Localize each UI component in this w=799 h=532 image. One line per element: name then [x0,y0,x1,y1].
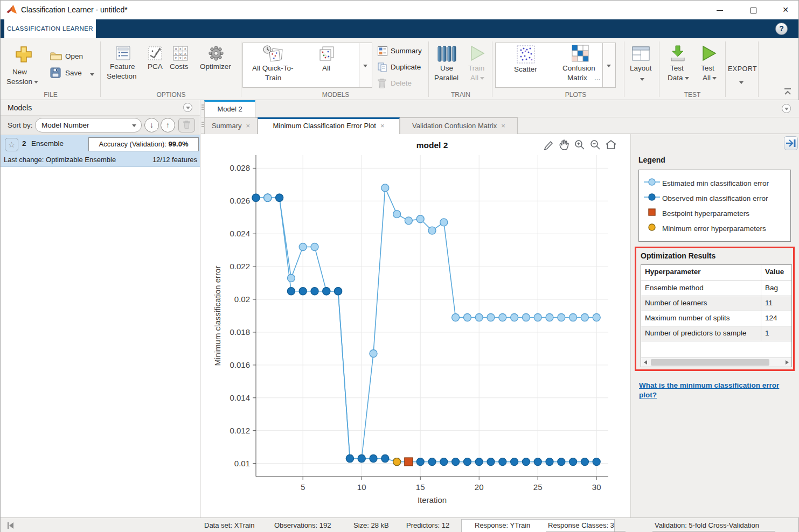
plots-gallery-dropdown[interactable] [603,43,616,88]
svg-text:Minimum classification error: Minimum classification error [213,266,222,366]
svg-text:x: x [175,52,177,55]
collapse-ribbon-icon[interactable] [783,88,793,97]
tab-validation-confusion-matrix[interactable]: Validation Confusion Matrix× [400,117,518,134]
matlab-logo-icon [6,4,18,17]
legend-item: Bestpoint hyperparameters [644,206,790,221]
models-panel-header: Models [1,100,200,116]
costs-grid-icon: oxxxoxxxo [173,46,188,63]
figure-tab-row: Summary× Minimum Classification Error Pl… [201,117,799,134]
close-tab-icon[interactable]: × [501,122,505,130]
tab-minimum-classification-error-plot[interactable]: Minimum Classification Error Plot× [258,117,400,134]
svg-text:x: x [175,56,177,60]
collapse-left-panel-icon[interactable] [6,521,15,531]
title-bar: Classification Learner - untitled* ✕ [1,1,798,19]
model-number: 2 [22,139,26,148]
maximize-button[interactable] [744,3,762,17]
chart-toolbar [542,138,617,151]
models-panel: Models Sort by: Model Number ↓ ↑ ☆ 2 Ens… [1,100,200,517]
svg-text:x: x [184,52,186,55]
document-tab-row: Model 2 [201,100,799,117]
document-menu-icon[interactable] [782,104,791,113]
close-tab-icon[interactable]: × [380,122,385,130]
models-gallery-dropdown[interactable] [359,43,372,88]
tab-model-2[interactable]: Model 2 [204,100,255,117]
all-models-icon [317,45,337,66]
window-title: Classification Learner - untitled* [21,5,128,14]
delete-model-button[interactable] [178,118,195,132]
observed-marker-icon [644,193,662,204]
minimize-button[interactable] [711,3,729,17]
sort-descending-button[interactable]: ↓ [144,118,159,132]
svg-text:0.018: 0.018 [230,327,250,337]
tab-summary[interactable]: Summary× [204,117,258,134]
status-predictors: Predictors: 12 [406,521,449,529]
duplicate-icon [378,62,387,74]
ribbon-toolbar: New Session Open Save FILE Feature Selec… [1,38,798,100]
new-session-caret-icon [34,81,38,83]
save-caret-icon[interactable] [90,73,94,76]
save-floppy-icon [50,67,61,80]
confusion-more-label: ... [594,74,600,82]
table-horizontal-scrollbar[interactable] [641,358,791,367]
classification-learner-window: Classification Learner - untitled* ✕ CLA… [0,0,799,532]
trash-icon [378,79,386,90]
collapse-panel-icon[interactable] [784,136,798,150]
duplicate-button[interactable]: Duplicate [376,61,427,75]
feature-selection-icon [116,46,130,62]
layout-icon [632,46,650,64]
train-section-label: TRAIN [430,91,491,99]
svg-text:15: 15 [416,482,425,492]
svg-text:0.01: 0.01 [234,459,250,468]
status-response: Response: YTrain [475,521,530,529]
test-data-caret-icon [685,77,689,80]
favorite-star-icon[interactable]: ☆ [5,138,18,151]
summary-button[interactable]: Summary [376,45,427,59]
table-row: Number of predictors to sample1 [641,326,791,341]
test-all-caret-icon [712,77,717,80]
tab-classification-learner[interactable]: CLASSIFICATION LEARNER [4,19,96,38]
svg-text:0.024: 0.024 [230,229,250,238]
trash-icon [183,121,190,130]
sort-by-dropdown[interactable]: Model Number [35,118,142,132]
min-error-chart: 0.010.0120.0140.0160.0180.020.0220.0240.… [201,134,630,517]
document-area: Model 2 Summary× Minimum Classification … [201,100,799,517]
scatter-plot-icon [516,45,536,66]
legend-item: Minimum error hyperparameters [644,221,790,236]
svg-text:0.012: 0.012 [230,426,250,435]
status-dataset: Data set: XTrain [204,521,254,529]
svg-text:20: 20 [475,482,484,492]
model-card-2[interactable]: ☆ 2 Ensemble Accuracy (Validation): 99.0… [1,135,200,167]
scrollbar-thumb[interactable] [651,359,769,366]
svg-text:0.014: 0.014 [230,393,250,402]
last-change-label: Last change: Optimizable Ensemble [4,156,116,164]
test-section-label: TEST [661,91,724,99]
status-response-classes: Response Classes: 3 [548,521,614,529]
folder-icon [50,51,62,62]
models-gallery-caret-icon [363,65,367,67]
delete-button[interactable]: Delete [376,77,427,91]
zoom-out-icon[interactable] [589,138,602,151]
pan-hand-icon[interactable] [558,138,571,151]
close-button[interactable]: ✕ [776,3,795,17]
scroll-left-icon [644,360,647,365]
close-tab-icon[interactable]: × [246,122,251,130]
home-icon[interactable] [605,138,617,151]
min-error-plot-help-link[interactable]: What is the minimum classification error… [639,381,795,400]
help-icon[interactable]: ? [775,23,788,35]
svg-text:x: x [179,56,182,60]
sort-dropdown-caret-icon [132,124,136,127]
status-validation: Validation: 5-fold Cross-Validation [655,521,759,529]
svg-text:0.028: 0.028 [230,163,250,172]
zoom-in-icon[interactable] [573,138,586,151]
ribbon-tab-strip: CLASSIFICATION LEARNER ? [1,19,798,38]
plots-gallery-caret-icon [607,65,611,67]
models-panel-menu-icon[interactable] [183,103,192,112]
status-bar: Data set: XTrain Observations: 192 Size:… [1,517,798,532]
bestpoint-marker-icon [644,208,662,219]
accuracy-badge: Accuracy (Validation): 99.0% [88,137,199,151]
optimization-results-highlight: Optimization Results Hyperparameter Valu… [635,247,795,371]
sort-ascending-button[interactable]: ↑ [161,118,175,132]
features-label: 12/12 features [152,156,197,164]
edit-plot-icon[interactable] [542,138,555,151]
train-all-caret-icon [480,77,484,80]
